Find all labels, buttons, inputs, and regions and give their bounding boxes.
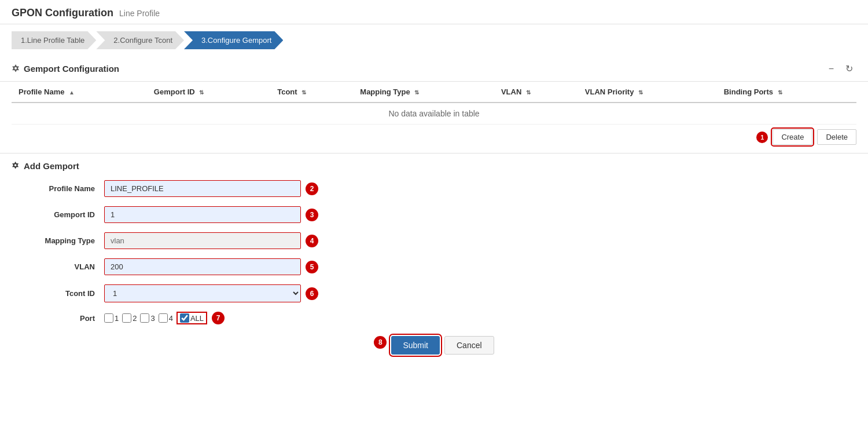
page-subtitle: Line Profile [119,9,160,18]
step-label-1[interactable]: 1.Line Profile Table [12,31,96,49]
form-row-mapping-type: Mapping Type 4 [12,232,856,249]
gemport-table: Profile Name ▲ Gemport ID ⇅ Tcont ⇅ Mapp… [12,82,856,125]
label-profile-name: Profile Name [12,184,104,193]
port-item-2: 2 [122,313,137,323]
input-wrap-gemport-id: 3 [104,206,856,223]
refresh-button[interactable]: ↻ [842,62,856,75]
submit-button[interactable]: Submit [391,336,440,355]
badge-port: 7 [212,312,225,324]
label-port: Port [12,314,104,323]
add-pin-icon: ✡ [12,160,19,171]
label-mapping-type: Mapping Type [12,236,104,245]
checkbox-port3[interactable] [140,313,149,323]
form-actions: 8 Submit Cancel [12,336,856,355]
sort-icon-profile-name: ▲ [69,89,75,96]
label-port-all[interactable]: ALL [190,314,204,323]
col-binding-ports[interactable]: Binding Ports ⇅ [717,82,856,103]
add-gemport-title: ✡ Add Gemport [12,160,856,171]
badge-submit: 8 [374,336,387,349]
sort-icon-vlan: ⇅ [526,89,531,96]
checkbox-port1[interactable] [104,313,113,323]
col-mapping-type[interactable]: Mapping Type ⇅ [353,82,494,103]
delete-button[interactable]: Delete [817,129,856,145]
collapse-button[interactable]: − [825,62,837,75]
cancel-button[interactable]: Cancel [444,336,494,355]
badge-gemport-id: 3 [306,209,318,221]
no-data-cell: No data available in table [12,103,856,125]
page-title: GPON Configuration [12,7,113,19]
col-tcont[interactable]: Tcont ⇅ [270,82,353,103]
badge-tcont-id: 6 [306,287,318,300]
col-gemport-id[interactable]: Gemport ID ⇅ [147,82,270,103]
input-vlan[interactable] [104,258,301,275]
badge-profile-name: 2 [306,182,318,195]
checkbox-port4[interactable] [159,313,168,323]
input-gemport-id[interactable] [104,206,301,223]
table-wrapper: Profile Name ▲ Gemport ID ⇅ Tcont ⇅ Mapp… [12,82,856,125]
col-profile-name[interactable]: Profile Name ▲ [12,82,147,103]
form-row-tcont-id: Tcont ID 1 2 3 4 6 [12,284,856,302]
input-mapping-type[interactable] [104,232,301,249]
input-wrap-profile-name: 2 [104,180,856,197]
input-profile-name[interactable] [104,180,301,197]
no-data-row: No data available in table [12,103,856,125]
wizard-steps: 1.Line Profile Table 2.Configure Tcont 3… [0,24,868,56]
wizard-step-1[interactable]: 1.Line Profile Table [12,31,96,49]
col-label-binding-ports: Binding Ports [724,87,773,96]
input-wrap-tcont-id: 1 2 3 4 6 [104,284,856,302]
create-button[interactable]: Create [773,129,812,145]
port-item-1: 1 [104,313,119,323]
label-vlan: VLAN [12,262,104,271]
sort-icon-mapping-type: ⇅ [414,89,419,96]
col-label-vlan: VLAN [501,87,521,96]
badge-vlan: 5 [306,261,318,273]
col-label-tcont: Tcont [277,87,297,96]
add-gemport-section: ✡ Add Gemport Profile Name 2 Gemport ID … [0,153,868,371]
sort-icon-tcont: ⇅ [301,89,306,96]
form-row-vlan: VLAN 5 [12,258,856,275]
select-tcont-id[interactable]: 1 2 3 4 [104,284,301,302]
form-row-gemport-id: Gemport ID 3 [12,206,856,223]
wizard-step-3[interactable]: 3.Configure Gemport [184,31,283,49]
label-gemport-id: Gemport ID [12,210,104,219]
gemport-table-container: Profile Name ▲ Gemport ID ⇅ Tcont ⇅ Mapp… [0,82,868,125]
port-item-3: 3 [140,313,155,323]
col-label-gemport-id: Gemport ID [154,87,195,96]
checkbox-port2[interactable] [122,313,131,323]
checkbox-port-all[interactable] [180,313,189,323]
port-item-4: 4 [159,313,173,323]
input-wrap-mapping-type: 4 [104,232,856,249]
page-header: GPON Configuration Line Profile [0,0,868,24]
col-label-mapping-type: Mapping Type [360,87,410,96]
port-item-all: ALL [176,312,207,324]
table-actions: 1 Create Delete [0,125,868,149]
col-label-vlan-priority: VLAN Priority [585,87,634,96]
input-wrap-port: 1 2 3 4 ALL 7 [104,312,856,324]
pin-icon: ✡ [12,63,19,74]
label-port1[interactable]: 1 [115,314,119,323]
step-label-2[interactable]: 2.Configure Tcont [96,31,184,49]
form-row-profile-name: Profile Name 2 [12,180,856,197]
section-title: ✡ Gemport Configuration [12,63,119,74]
label-tcont-id: Tcont ID [12,289,104,298]
sort-icon-binding-ports: ⇅ [778,89,782,96]
create-badge: 1 [756,132,768,143]
section-actions: − ↻ [825,62,856,75]
label-port3[interactable]: 3 [150,314,155,323]
label-port4[interactable]: 4 [169,314,173,323]
section-title-text: Gemport Configuration [24,64,119,74]
input-wrap-vlan: 5 [104,258,856,275]
form-row-port: Port 1 2 3 4 [12,312,856,324]
col-vlan[interactable]: VLAN ⇅ [494,82,578,103]
col-label-profile-name: Profile Name [19,87,64,96]
sort-icon-vlan-priority: ⇅ [638,89,643,96]
wizard-step-2[interactable]: 2.Configure Tcont [96,31,184,49]
badge-mapping-type: 4 [306,235,318,247]
step-label-3[interactable]: 3.Configure Gemport [184,31,283,49]
col-vlan-priority[interactable]: VLAN Priority ⇅ [578,82,717,103]
add-gemport-label: Add Gemport [24,161,79,171]
label-port2[interactable]: 2 [133,314,137,323]
gemport-section-header: ✡ Gemport Configuration − ↻ [0,56,868,82]
port-checkboxes: 1 2 3 4 ALL [104,312,207,324]
sort-icon-gemport-id: ⇅ [199,89,204,96]
